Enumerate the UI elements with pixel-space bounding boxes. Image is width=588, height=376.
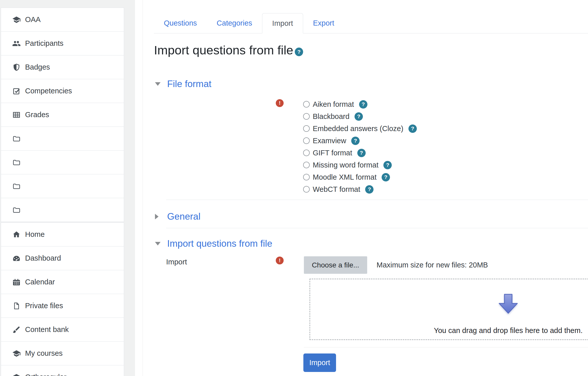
sidebar-item[interactable]: Dashboard <box>1 246 124 270</box>
sidebar-item[interactable]: My courses <box>1 341 124 365</box>
sidebar-item-label: Dashboard <box>25 254 61 262</box>
sidebar-item-icon <box>12 349 21 358</box>
drop-arrow-icon <box>497 294 520 315</box>
sidebar-item-icon <box>12 206 21 214</box>
sidebar-item-label: Private files <box>25 302 63 310</box>
help-icon[interactable]: ? <box>408 124 417 133</box>
sidebar-item[interactable]: Content bank <box>1 318 124 342</box>
radio-label[interactable]: Aiken format <box>313 100 354 109</box>
general-section-header: General <box>155 211 201 222</box>
radio-label[interactable]: Missing word format <box>313 161 378 169</box>
choose-file-button[interactable]: Choose a file... <box>304 256 367 274</box>
collapse-caret-icon <box>155 82 161 86</box>
sidebar-item[interactable]: Home <box>1 222 124 246</box>
sidebar-item[interactable]: Calendar <box>1 270 124 294</box>
section-divider <box>166 200 588 200</box>
radio-label[interactable]: Blackboard <box>313 112 349 121</box>
help-icon[interactable]: ? <box>355 112 363 121</box>
radio-label[interactable]: GIFT format <box>313 149 352 157</box>
dropzone-hint-text: You can drag and drop files here to add … <box>310 326 588 335</box>
expand-caret-icon <box>155 214 159 219</box>
general-section-toggle[interactable]: General <box>167 211 201 222</box>
tab-item[interactable]: Import <box>262 13 303 33</box>
sidebar-item-label: Orthoregular <box>25 373 66 376</box>
radio-button[interactable] <box>303 113 310 120</box>
radio-button[interactable] <box>303 162 310 168</box>
help-icon[interactable]: ? <box>365 185 374 194</box>
collapse-caret-icon <box>155 242 161 245</box>
site-nav: Home Dashboard Calendar Private files <box>1 223 124 376</box>
sidebar-item-icon <box>12 254 21 263</box>
radio-button[interactable] <box>303 150 310 156</box>
sidebar-item[interactable] <box>1 127 124 151</box>
radio-label[interactable]: WebCT format <box>313 185 360 194</box>
required-icon: ! <box>276 99 284 107</box>
file-dropzone[interactable]: You can drag and drop files here to add … <box>309 279 588 340</box>
sidebar-item-icon <box>12 325 21 334</box>
tab-item[interactable]: Export <box>303 13 344 33</box>
sidebar-item-label: Grades <box>25 111 49 119</box>
sidebar-item-icon <box>12 302 21 310</box>
sidebar-item[interactable]: OAA <box>1 8 124 32</box>
import-submit-button[interactable]: Import <box>303 353 336 372</box>
tab-item[interactable]: Questions <box>154 13 207 33</box>
section-divider <box>166 228 588 228</box>
file-format-option-row: Embedded answers (Cloze) ? <box>303 122 417 135</box>
radio-button[interactable] <box>303 186 310 193</box>
required-icon: ! <box>276 257 284 264</box>
sidebar-item-icon <box>12 230 21 239</box>
sidebar-item-label: Home <box>25 230 45 239</box>
sidebar-item[interactable]: Badges <box>1 55 124 79</box>
sidebar-item-label: OAA <box>25 15 41 24</box>
sidebar-item-icon <box>12 111 21 119</box>
help-icon[interactable]: ? <box>382 173 390 181</box>
sidebar-item[interactable]: Grades <box>1 103 124 127</box>
file-format-option-row: WebCT format ? <box>303 183 417 195</box>
radio-label[interactable]: Examview <box>313 137 346 145</box>
radio-label[interactable]: Moodle XML format <box>313 173 377 181</box>
file-format-option-row: Aiken format ? <box>303 98 417 110</box>
sidebar-item-label: Competencies <box>25 87 72 95</box>
file-format-option-row: Missing word format ? <box>303 159 417 171</box>
sidebar-item-icon <box>12 373 21 376</box>
page-title-text: Import questions from file <box>154 43 293 57</box>
sidebar-item-icon <box>12 63 21 72</box>
sidebar-item-icon <box>12 39 21 48</box>
radio-button[interactable] <box>303 125 310 132</box>
sidebar-item[interactable]: Competencies <box>1 79 124 103</box>
file-format-option-row: GIFT format ? <box>303 147 417 159</box>
help-icon[interactable]: ? <box>351 137 360 145</box>
sidebar-item-icon <box>12 278 21 286</box>
sidebar-item-icon <box>12 182 21 191</box>
tab-item[interactable]: Categories <box>207 13 262 33</box>
radio-button[interactable] <box>303 101 310 108</box>
file-format-section-header: File format <box>155 79 211 89</box>
sidebar-item[interactable]: Participants <box>1 31 124 55</box>
moodle-question-import-page: OAA Participants Badges Competencies <box>0 0 588 376</box>
sidebar-item[interactable] <box>1 150 124 174</box>
sidebar-item-icon <box>12 15 21 24</box>
import-section-toggle[interactable]: Import questions from file <box>167 238 272 249</box>
help-icon[interactable]: ? <box>383 161 392 169</box>
sidebar-item-icon <box>12 87 21 95</box>
radio-button[interactable] <box>303 174 310 180</box>
radio-button[interactable] <box>303 137 310 144</box>
sidebar-item[interactable] <box>1 174 124 198</box>
page-title: Import questions from file ? <box>154 43 303 57</box>
import-section-header: Import questions from file <box>155 238 272 249</box>
filepicker-bottom-divider <box>304 347 588 347</box>
file-format-option-row: Blackboard ? <box>303 110 417 122</box>
help-icon[interactable]: ? <box>357 149 366 157</box>
radio-label[interactable]: Embedded answers (Cloze) <box>313 124 403 133</box>
question-bank-tabs: Questions Categories Import Export <box>154 13 588 33</box>
import-field-label: Import <box>166 258 187 266</box>
sidebar-item[interactable] <box>1 198 124 222</box>
help-icon[interactable]: ? <box>359 100 367 109</box>
help-icon[interactable]: ? <box>295 48 303 56</box>
file-format-section-toggle[interactable]: File format <box>167 79 211 89</box>
sidebar-item[interactable]: Orthoregular <box>1 365 124 376</box>
sidebar-item[interactable]: Private files <box>1 294 124 318</box>
file-format-option-row: Examview ? <box>303 135 417 147</box>
sidebar-item-label: My courses <box>25 349 63 358</box>
course-nav: OAA Participants Badges Competencies <box>1 8 124 222</box>
